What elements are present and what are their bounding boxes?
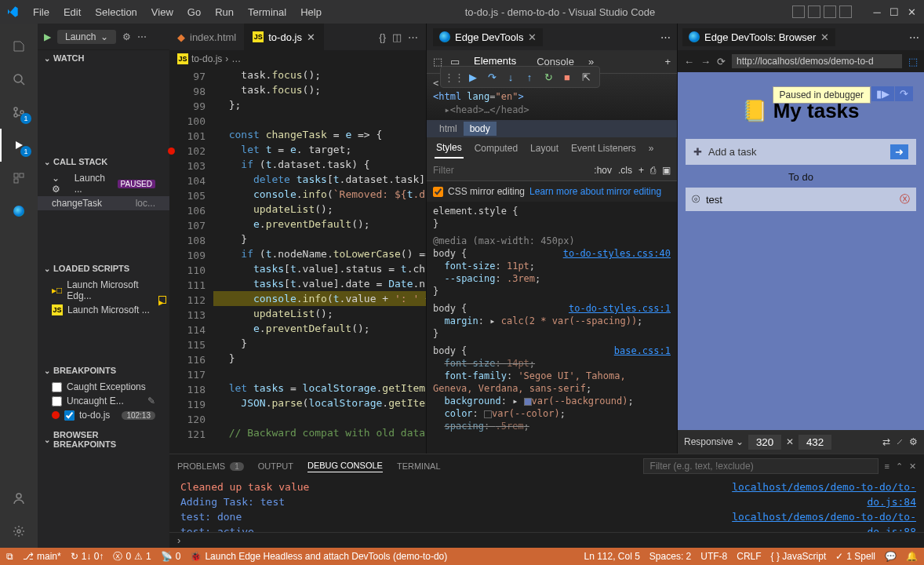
stop-icon[interactable]: ■ xyxy=(560,70,574,84)
remote-icon[interactable]: ⧉ xyxy=(6,551,13,562)
sync-status[interactable]: ↻ 1↓ 0↑ xyxy=(71,551,104,562)
breadcrumb[interactable]: JSto-do.js›… xyxy=(169,50,426,67)
close-panel-icon[interactable]: ✕ xyxy=(909,461,916,472)
delete-icon[interactable]: ⓧ xyxy=(900,192,910,206)
select-element-icon[interactable]: ⬚ xyxy=(908,56,918,67)
encoding-status[interactable]: UTF-8 xyxy=(700,551,727,562)
layout-tab[interactable]: Layout xyxy=(529,139,560,158)
more-icon[interactable]: ⋯ xyxy=(660,31,671,43)
reload-icon[interactable]: ⟳ xyxy=(717,56,726,67)
account-icon[interactable] xyxy=(0,482,38,515)
layout-controls[interactable] xyxy=(792,5,852,18)
output-tab[interactable]: OUTPUT xyxy=(258,461,293,471)
rotate-icon[interactable]: ⇄ xyxy=(882,436,890,447)
watch-header[interactable]: ⌄WATCH xyxy=(38,50,169,66)
back-icon[interactable]: ← xyxy=(684,56,694,67)
dom-breadcrumb[interactable]: html body xyxy=(427,120,677,137)
panel-filter-input[interactable] xyxy=(643,458,879,474)
breakpoints-header[interactable]: ⌄BREAKPOINTS xyxy=(38,363,169,378)
filter-icon[interactable]: ≡ xyxy=(885,461,889,471)
more-icon[interactable]: ⋯ xyxy=(909,31,919,43)
styles-tab[interactable]: Styles xyxy=(435,138,464,159)
bell-icon[interactable]: 🔔 xyxy=(906,551,918,562)
tab-to-do-js[interactable]: JSto-do.js✕ xyxy=(245,24,324,50)
debug-console-tab[interactable]: DEBUG CONSOLE xyxy=(307,461,383,472)
eol-status[interactable]: CRLF xyxy=(737,551,761,562)
bp-file[interactable]: to-do.js102:13 xyxy=(38,408,169,422)
extensions-icon[interactable] xyxy=(0,162,38,195)
add-tab-icon[interactable]: + xyxy=(664,56,671,67)
bp-caught[interactable]: Caught Exceptions xyxy=(38,380,169,394)
hov-toggle[interactable]: :hov xyxy=(594,165,612,176)
loaded-script-2[interactable]: JSLaunch Microsoft ... xyxy=(38,303,169,317)
minimize-button[interactable]: ─ xyxy=(871,5,883,18)
thread-row[interactable]: ⌄ ⚙Launch ... PAUSED xyxy=(38,171,169,196)
task-item[interactable]: ⦾ test ⓧ xyxy=(686,188,916,211)
width-input[interactable] xyxy=(748,435,781,450)
more-icon[interactable]: ⋯ xyxy=(137,31,147,42)
edit-icon[interactable]: ✎ xyxy=(147,396,155,406)
step-over-icon[interactable]: ↷ xyxy=(485,70,499,84)
callstack-header[interactable]: ⌄CALL STACK xyxy=(38,154,169,170)
add-task-input[interactable]: ✚Add a task ➜ xyxy=(686,139,916,165)
more-icon[interactable]: » xyxy=(647,139,656,158)
side-icon[interactable]: ▣ xyxy=(662,165,671,176)
close-icon[interactable]: ✕ xyxy=(820,31,829,43)
indent-status[interactable]: Spaces: 2 xyxy=(649,551,691,562)
new-rule-icon[interactable]: + xyxy=(638,165,644,176)
check-icon[interactable]: ⦾ xyxy=(692,193,700,206)
cursor-pos[interactable]: Ln 112, Col 5 xyxy=(584,551,639,562)
menu-help[interactable]: Help xyxy=(294,6,328,18)
stack-frame[interactable]: changeTask loc... xyxy=(38,196,169,210)
continue-icon[interactable]: ▶ xyxy=(466,70,480,84)
problems-status[interactable]: ⓧ 0 ⚠ 1 xyxy=(113,550,151,563)
restart-icon[interactable]: ↻ xyxy=(541,70,555,84)
tab-edge-devtools[interactable]: Edge DevTools✕ xyxy=(433,28,543,46)
styles-filter-input[interactable] xyxy=(433,165,588,176)
terminal-tab[interactable]: TERMINAL xyxy=(397,461,441,471)
disconnect-icon[interactable]: ⇱ xyxy=(579,70,593,84)
feedback-icon[interactable]: 💬 xyxy=(885,551,897,562)
menu-selection[interactable]: Selection xyxy=(89,6,143,18)
browser-bp-header[interactable]: ⌄BROWSER BREAKPOINTS xyxy=(38,427,169,452)
menu-terminal[interactable]: Terminal xyxy=(242,6,293,18)
menu-edit[interactable]: Edit xyxy=(57,6,87,18)
step-into-icon[interactable]: ↓ xyxy=(504,70,518,84)
problems-tab[interactable]: PROBLEMS1 xyxy=(177,461,244,471)
loaded-script-1[interactable]: ▸□Launch Microsoft Edg... xyxy=(38,278,169,303)
tab-index-html[interactable]: ◆index.html xyxy=(169,24,245,50)
mirror-link[interactable]: Learn more about mirror editing xyxy=(529,186,661,197)
loaded-scripts-header[interactable]: ⌄LOADED SCRIPTS xyxy=(38,261,169,276)
launch-config-select[interactable]: Launch⌄ xyxy=(57,30,116,44)
more-icon[interactable]: ⋯ xyxy=(408,31,418,43)
debug-icon[interactable]: 1 xyxy=(0,129,38,162)
url-input[interactable] xyxy=(732,54,902,68)
events-tab[interactable]: Event Listeners xyxy=(569,139,638,158)
styles-body[interactable]: element.style {} @media (max-width: 450p… xyxy=(427,202,677,454)
forward-icon[interactable]: → xyxy=(700,56,711,67)
bp-uncaught[interactable]: Uncaught E...✎ xyxy=(38,394,169,408)
tab-browser[interactable]: Edge DevTools: Browser✕ xyxy=(682,28,835,46)
search-icon[interactable] xyxy=(0,63,38,96)
gear-icon[interactable]: ⚙ xyxy=(909,436,918,447)
edge-icon[interactable] xyxy=(0,195,38,228)
drag-icon[interactable]: ⋮⋮ xyxy=(447,70,461,84)
resume-icon[interactable]: ▮▶ xyxy=(871,86,894,101)
step-out-icon[interactable]: ↑ xyxy=(522,70,537,84)
debug-status[interactable]: 🐞 Launch Edge Headless and attach DevToo… xyxy=(190,551,447,562)
language-status[interactable]: { } JavaScript xyxy=(771,551,827,562)
debug-console-input[interactable]: › xyxy=(169,532,924,548)
scm-icon[interactable]: 1 xyxy=(0,96,38,129)
print-icon[interactable]: ⎙ xyxy=(650,165,656,176)
gutter[interactable]: 9798991001011021031041051061071081091101… xyxy=(169,67,213,454)
responsive-select[interactable]: Responsive ⌄ xyxy=(684,436,744,447)
braces-icon[interactable]: {} xyxy=(379,31,386,43)
computed-tab[interactable]: Computed xyxy=(473,139,519,158)
menu-run[interactable]: Run xyxy=(209,6,240,18)
gear-icon[interactable] xyxy=(0,515,38,548)
cls-toggle[interactable]: .cls xyxy=(618,165,632,176)
explorer-icon[interactable] xyxy=(0,30,38,63)
spell-status[interactable]: ✓ 1 Spell xyxy=(835,551,875,562)
step-icon[interactable]: ↷ xyxy=(895,86,913,101)
close-icon[interactable]: ✕ xyxy=(307,31,315,43)
